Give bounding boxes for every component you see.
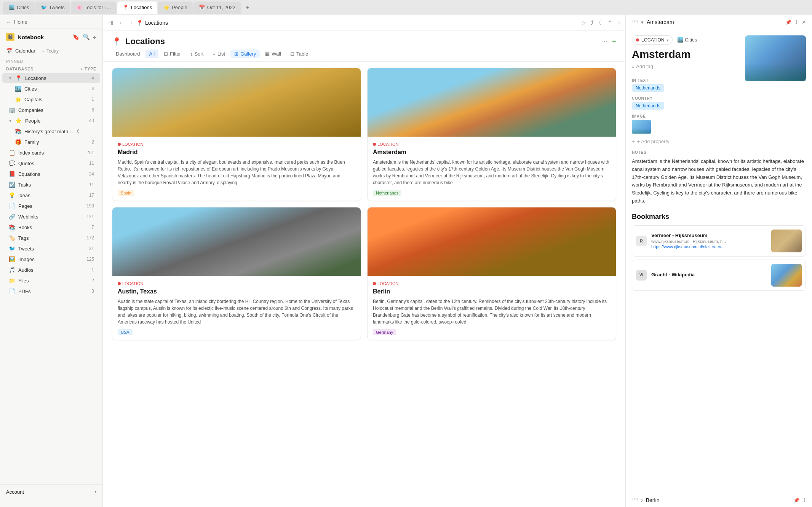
add-tab-button[interactable]: + [241,4,253,11]
add-icon[interactable]: + [93,34,96,40]
cities-link-icon: 🏙️ [677,37,683,43]
sidebar-item-index-cards[interactable]: 📋 Index cards 251 [2,148,100,158]
images-count: 125 [86,257,94,262]
tab-wall[interactable]: ▦ Wall [261,49,285,58]
card-austin[interactable]: LOCATION Austin, Texas Austin is the sta… [112,207,361,340]
add-tag-button[interactable]: # Add tag [632,64,653,69]
menu-icon[interactable]: ≡ [617,19,621,26]
add-location-button[interactable]: + [612,37,616,46]
search-icon[interactable]: 🔍 [83,33,90,40]
collapse-sidebar-icon[interactable]: ⊣⊢ [107,20,117,26]
sidebar-notebook[interactable]: 📓 Notebook 🔖 🔍 + [0,29,102,45]
footer-pin-icon[interactable]: 📌 [793,497,799,503]
account-chevron-icon: › [95,489,96,495]
open-external-icon[interactable]: ⤴ [795,19,798,25]
databases-label: DATABASES [6,67,34,71]
amsterdam-tag[interactable]: Netherlands [373,190,401,196]
back-nav-icon[interactable]: ← [119,19,125,26]
madrid-tag[interactable]: Spain [118,190,134,196]
sidebar-item-cities[interactable]: 🏙️ Cities 4 [2,84,100,94]
type-link[interactable]: 🏙️ Cities [677,37,697,43]
sidebar-item-quotes[interactable]: 💬 Quotes 11 [2,158,100,168]
add-database-button[interactable]: + Type [80,67,96,71]
pin-icon[interactable]: 📌 [785,19,791,25]
sidebar-item-files[interactable]: 📁 Files 2 [2,276,100,285]
panel-expand-icon[interactable]: ▾ [641,19,644,25]
tab-tweets[interactable]: 🐦 Tweets [35,2,70,14]
sidebar-item-people[interactable]: ▼ ⭐ People 40 [2,116,100,126]
sidebar-item-family[interactable]: 🎁 Family 2 [2,137,100,147]
country-value[interactable]: Netherlands [632,102,664,110]
sidebar-item-tweets[interactable]: 🐦 Tweets 31 [2,244,100,254]
berlin-body: LOCATION Berlin Berlin, Germany's capita… [368,276,616,340]
sidebar: ← Home 📓 Notebook 🔖 🔍 + 📅 Calendar → Tod… [0,15,103,507]
sidebar-item-locations[interactable]: ▼ 📍 Locations 4 [2,73,100,83]
sidebar-item-equations[interactable]: 📕 Equations 24 [2,169,100,179]
sidebar-account[interactable]: Account › [0,484,102,499]
tab-locations[interactable]: 📍 Locations [117,2,158,14]
cities-label: Cities [24,86,88,92]
sidebar-item-audios[interactable]: 🎵 Audios 1 [2,265,100,275]
austin-image [112,207,361,276]
sidebar-item-tasks[interactable]: ☑️ Tasks 11 [2,180,100,190]
tab-date[interactable]: 📅 Oct 11, 2022 [193,2,241,14]
weblinks-label: Weblinks [18,214,83,220]
gracht-favicon: W [636,270,647,281]
sidebar-home[interactable]: ← Home [0,15,102,29]
type-badge[interactable]: LOCATION ▾ [632,35,673,45]
bookmark-gracht[interactable]: W Gracht - Wikipedia [632,260,806,291]
tab-tools[interactable]: 🌸 Tools for T... [71,2,117,14]
people-sidebar-icon: ⭐ [15,118,22,124]
bookmark-rijksmuseum[interactable]: R Vermeer - Rijksmuseum www.rijksmuseum.… [632,225,806,257]
sidebar-item-pdfs[interactable]: 📄 PDFs 3 [2,286,100,296]
moon-icon[interactable]: ☾ [598,19,603,26]
tab-dashboard[interactable]: Dashboard [112,49,144,58]
card-amsterdam[interactable]: LOCATION Amsterdam Amsterdam is the Neth… [367,68,616,201]
expand-icon[interactable]: ⌃ [608,19,613,26]
card-berlin[interactable]: LOCATION Berlin Berlin, Germany's capita… [367,207,616,340]
footer-expand-icon[interactable]: › [641,497,643,503]
sidebar-item-weblinks[interactable]: 🔗 Weblinks 121 [2,212,100,222]
image-thumbnail[interactable] [632,120,651,134]
more-options-icon[interactable]: ··· [602,38,607,45]
sidebar-item-images[interactable]: 🖼️ Images 125 [2,254,100,264]
notes-text: Amsterdam is the Netherlands' capital, k… [632,158,806,205]
sidebar-calendar[interactable]: 📅 Calendar → Today [0,45,102,57]
toolbar-title-row: 📍 Locations [136,20,168,26]
sidebar-item-books[interactable]: 📚 Books 7 [2,222,100,232]
berlin-tag[interactable]: Germany [373,329,396,335]
share-icon[interactable]: ⤴ [591,19,594,26]
sort-label: Sort [194,51,203,57]
add-property-button[interactable]: + + Add property [632,139,806,144]
tab-cities[interactable]: 🏙️ Cities [3,2,35,14]
tab-all[interactable]: All [145,49,158,58]
close-panel-icon[interactable]: ✕ [802,19,806,25]
footer-open-icon[interactable]: ⤴ [803,497,806,503]
forward-nav-icon[interactable]: → [127,19,133,26]
tab-tweets-label: Tweets [49,5,65,10]
pages-label: Pages [18,203,83,209]
tab-people[interactable]: ⭐ People [158,2,192,14]
sidebar-item-ideas[interactable]: 💡 Ideas 17 [2,190,100,200]
sidebar-item-capitals[interactable]: ⭐ Capitals 1 [2,94,100,104]
bookmark-icon[interactable]: 🔖 [72,33,80,40]
pages-icon: 📄 [8,203,15,209]
sidebar-item-history[interactable]: 📚 History's great mathe... 6 [2,126,100,136]
tab-sort[interactable]: ↕ Sort [186,49,207,58]
in-text-value[interactable]: Netherlands [632,84,664,92]
tab-table[interactable]: ⊟ Table [286,49,312,58]
country-label: COUNTRY [632,96,806,100]
austin-tag[interactable]: USA [118,329,133,335]
sidebar-item-pages[interactable]: 📄 Pages 193 [2,201,100,211]
notebook-icon: 📓 [6,33,14,41]
tab-filter[interactable]: ⊟ Filter [160,49,185,58]
filter-label: Filter [170,51,181,57]
card-madrid[interactable]: LOCATION Madrid Madrid, Spain's central … [112,68,361,201]
tab-gallery[interactable]: ⊞ Gallery [230,49,260,58]
tab-list[interactable]: ≡ List [209,49,229,58]
sidebar-item-companies[interactable]: 🏢 Companies 6 [2,105,100,115]
capitals-count: 1 [91,97,94,102]
toolbar-icons: ☆ ⤴ ☾ ⌃ ≡ [581,19,621,26]
star-icon[interactable]: ☆ [581,19,586,26]
sidebar-item-tags[interactable]: 🏷️ Tags 172 [2,233,100,243]
